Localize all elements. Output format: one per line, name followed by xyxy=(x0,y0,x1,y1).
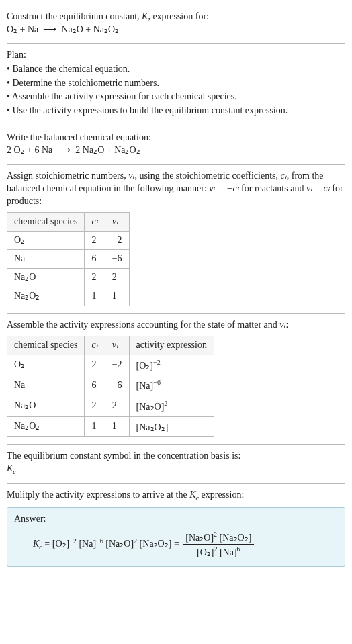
prompt-post: , expression for: xyxy=(148,11,209,21)
unbalanced-equation: O₂ + Na ⟶ Na₂O + Na₂O₂ xyxy=(7,24,345,36)
act-exp: −6 xyxy=(153,379,161,386)
cell-species: Na₂O₂ xyxy=(7,287,85,306)
relation: νᵢ = −cᵢ xyxy=(209,183,238,193)
act-exp: 2 xyxy=(164,400,167,407)
balanced-lhs: 2 O₂ + 6 Na xyxy=(7,145,52,155)
cell-species: O₂ xyxy=(7,355,85,375)
balanced-section: Write the balanced chemical equation: 2 … xyxy=(7,126,345,165)
nu-symbol: νᵢ xyxy=(279,320,285,330)
term-base: [Na₂O] xyxy=(185,532,214,542)
term-exp: 6 xyxy=(237,545,240,553)
term-base: [Na] xyxy=(220,547,237,557)
ci-header: cᵢ xyxy=(91,216,97,226)
term-base: [Na₂O] xyxy=(105,539,134,549)
cell-species: O₂ xyxy=(7,231,85,250)
reaction-lhs: O₂ + Na xyxy=(7,24,38,34)
txt: Mulitply the activity expressions to arr… xyxy=(7,490,189,500)
balanced-heading: Write the balanced chemical equation: xyxy=(7,132,345,144)
kc-expression: Kc = [O₂]−2 [Na]−6 [Na₂O]2 [Na₂O₂] = [Na… xyxy=(14,526,338,561)
reaction-rhs: Na₂O + Na₂O₂ xyxy=(61,24,119,34)
plan-heading: Plan: xyxy=(7,49,345,62)
table-row: O₂ 2 −2 xyxy=(7,231,130,250)
term-exp: −2 xyxy=(69,537,77,544)
cell-nu: 2 xyxy=(105,269,129,287)
balanced-rhs: 2 Na₂O + Na₂O₂ xyxy=(75,145,140,155)
kc-symbol: Kc xyxy=(7,463,345,476)
k-letter: K xyxy=(33,539,39,549)
plan-bullet: • Assemble the activity expression for e… xyxy=(7,91,345,103)
cell-c: 2 xyxy=(85,269,105,287)
col-species: chemical species xyxy=(7,212,85,231)
cell-c: 1 xyxy=(85,416,105,437)
term-base: [Na₂O₂] xyxy=(220,532,252,542)
act-base: [Na₂O₂] xyxy=(136,422,169,432)
plan-bullet: • Balance the chemical equation. xyxy=(7,63,345,76)
col-nu: νᵢ xyxy=(105,336,129,355)
act-exp: −2 xyxy=(153,359,161,366)
balanced-equation: 2 O₂ + 6 Na ⟶ 2 Na₂O + Na₂O₂ xyxy=(7,144,345,157)
nu-header: νᵢ xyxy=(112,340,118,350)
txt: expression: xyxy=(199,490,244,500)
relation: νᵢ = cᵢ xyxy=(306,183,330,193)
cell-nu: 1 xyxy=(105,287,129,306)
answer-box: Answer: Kc = [O₂]−2 [Na]−6 [Na₂O]2 [Na₂O… xyxy=(7,507,345,567)
plan-section: Plan: • Balance the chemical equation. •… xyxy=(7,44,345,126)
table-header-row: chemical species cᵢ νᵢ activity expressi… xyxy=(7,336,214,355)
table-row: O₂ 2 −2 [O₂]−2 xyxy=(7,355,214,375)
cell-c: 2 xyxy=(85,231,105,250)
table-row: Na 6 −6 [Na]−6 xyxy=(7,375,214,396)
balanced-arrow: ⟶ xyxy=(57,145,71,155)
col-c: cᵢ xyxy=(85,212,105,231)
cell-species: Na₂O xyxy=(7,269,85,287)
act-base: [Na₂O] xyxy=(136,402,165,412)
cell-nu: −6 xyxy=(105,375,129,396)
txt: Assemble the activity expressions accoun… xyxy=(7,320,279,330)
term-exp: 2 xyxy=(214,545,217,553)
cell-nu: 2 xyxy=(105,396,129,417)
intro-section: Construct the equilibrium constant, K, e… xyxy=(7,5,345,44)
table-row: Na₂O 2 2 [Na₂O]2 xyxy=(7,396,214,417)
cell-species: Na xyxy=(7,375,85,396)
txt: : xyxy=(286,320,289,330)
equals: = xyxy=(174,539,181,549)
cell-species: Na₂O xyxy=(7,396,85,417)
final-heading: Mulitply the activity expressions to arr… xyxy=(7,489,345,502)
cell-activity: [Na₂O]2 xyxy=(129,396,214,417)
cell-activity: [Na₂O₂] xyxy=(129,416,214,437)
cell-species: Na₂O₂ xyxy=(7,416,85,437)
act-base: [Na] xyxy=(136,381,154,391)
term-base: [Na₂O₂] xyxy=(140,539,172,549)
cell-c: 6 xyxy=(85,250,105,269)
cell-nu: −2 xyxy=(105,231,129,250)
table-row: Na₂O₂ 1 1 xyxy=(7,287,130,306)
stoich-text: Assign stoichiometric numbers, νᵢ, using… xyxy=(7,170,345,208)
term-exp: 2 xyxy=(134,537,137,544)
cell-activity: [O₂]−2 xyxy=(129,355,214,375)
term-exp: −6 xyxy=(96,537,103,544)
col-c: cᵢ xyxy=(85,336,105,355)
cell-c: 6 xyxy=(85,375,105,396)
term-base: [O₂] xyxy=(52,539,69,549)
fraction-numerator: [Na₂O]2 [Na₂O₂] xyxy=(183,530,254,545)
plan-bullet: • Determine the stoichiometric numbers. xyxy=(7,77,345,90)
cell-c: 2 xyxy=(85,355,105,375)
txt: Assign stoichiometric numbers, xyxy=(7,171,128,181)
prompt-pre: Construct the equilibrium constant, xyxy=(7,11,142,21)
col-activity: activity expression xyxy=(129,336,214,355)
symbol-section: The equilibrium constant symbol in the c… xyxy=(7,445,345,484)
act-base: [O₂] xyxy=(136,361,153,371)
fraction: [Na₂O]2 [Na₂O₂] [O₂]2 [Na]6 xyxy=(183,530,254,559)
c-subscript: c xyxy=(13,468,15,475)
cell-c: 2 xyxy=(85,396,105,417)
cell-nu: −6 xyxy=(105,250,129,269)
prompt-line: Construct the equilibrium constant, K, e… xyxy=(7,11,345,24)
col-nu: νᵢ xyxy=(105,212,129,231)
table-header-row: chemical species cᵢ νᵢ xyxy=(7,212,130,231)
plan-bullet: • Use the activity expressions to build … xyxy=(7,105,345,118)
k-letter: K xyxy=(7,463,13,473)
table-row: Na 6 −6 xyxy=(7,250,130,269)
nu-header: νᵢ xyxy=(112,216,118,226)
txt: for reactants and xyxy=(239,183,306,193)
cell-species: Na xyxy=(7,250,85,269)
symbol-text: The equilibrium constant symbol in the c… xyxy=(7,450,345,463)
